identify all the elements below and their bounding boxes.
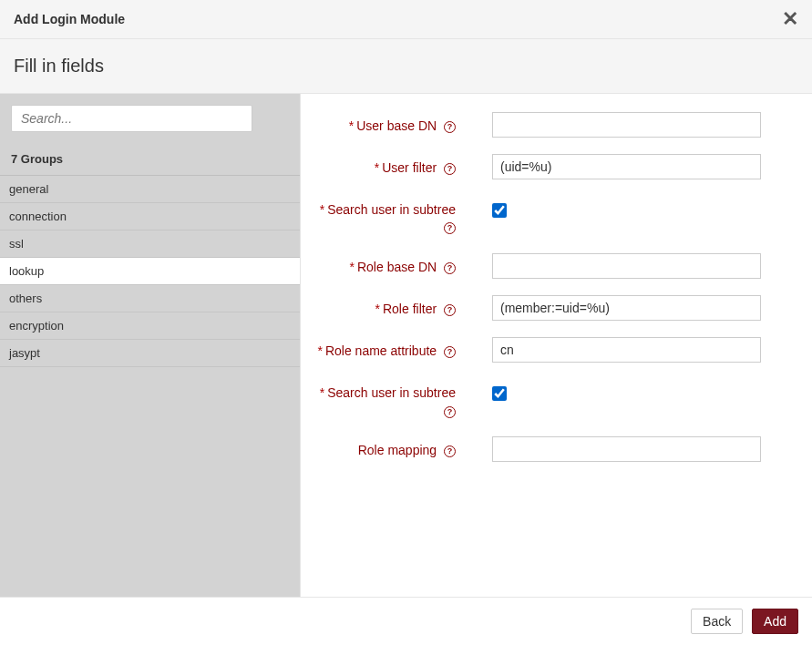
label-text: User filter [382, 160, 440, 175]
help-icon[interactable]: ? [444, 304, 456, 316]
form-row: *User filter ? [310, 154, 785, 179]
text-input[interactable] [492, 112, 761, 138]
sidebar-item-others[interactable]: others [0, 285, 300, 312]
help-icon[interactable]: ? [444, 346, 456, 358]
form-control-wrap [465, 379, 785, 404]
sidebar-item-lookup[interactable]: lookup [0, 258, 300, 285]
form-control-wrap [465, 112, 785, 138]
group-count: 7 Groups [0, 143, 300, 176]
search-wrap [0, 94, 300, 143]
form-label: *Role name attribute ? [310, 337, 465, 361]
search-input[interactable] [11, 105, 252, 132]
label-text: Role mapping [358, 443, 440, 457]
sidebar-item-connection[interactable]: connection [0, 203, 300, 230]
subheader: Fill in fields [0, 39, 812, 94]
form-row: *Search user in subtree ? [310, 379, 785, 420]
group-list: generalconnectionssllookupothersencrypti… [0, 176, 300, 367]
required-star: * [350, 260, 355, 274]
close-icon[interactable]: ✕ [782, 9, 798, 29]
form-row: *Role name attribute ? [310, 337, 785, 363]
text-input[interactable] [492, 337, 761, 363]
label-text: Role base DN [357, 260, 440, 274]
form-label: *Search user in subtree ? [310, 196, 465, 237]
label-text: Search user in subtree [327, 202, 456, 217]
label-text: Role filter [383, 302, 440, 316]
back-button[interactable]: Back [691, 609, 743, 634]
form-control-wrap [465, 253, 785, 279]
modal-title: Add Login Module [14, 12, 125, 26]
text-input[interactable] [492, 295, 761, 321]
form-label: *Role filter ? [310, 295, 465, 319]
form-label: *User base DN ? [310, 112, 465, 136]
form-row: *Search user in subtree ? [310, 196, 785, 237]
add-button[interactable]: Add [752, 609, 798, 634]
help-icon[interactable]: ? [444, 262, 456, 274]
help-icon[interactable]: ? [444, 163, 456, 175]
form-label: Role mapping ? [310, 436, 465, 460]
label-text: Search user in subtree [327, 385, 456, 400]
form-row: *Role base DN ? [310, 253, 785, 279]
sidebar: 7 Groups generalconnectionssllookupother… [0, 94, 301, 597]
help-icon[interactable]: ? [444, 121, 456, 133]
subheader-title: Fill in fields [14, 56, 798, 77]
form-label: *User filter ? [310, 154, 465, 178]
form-control-wrap [465, 295, 785, 321]
modal-header: Add Login Module ✕ [0, 0, 812, 39]
label-text: Role name attribute [325, 343, 440, 358]
checkbox-input[interactable] [492, 386, 507, 401]
help-icon[interactable]: ? [444, 445, 456, 457]
form-control-wrap [465, 196, 785, 220]
sidebar-item-encryption[interactable]: encryption [0, 312, 300, 340]
help-icon[interactable]: ? [444, 222, 456, 234]
checkbox-input[interactable] [492, 203, 507, 218]
modal-footer: Back Add [0, 598, 812, 645]
required-star: * [349, 118, 354, 133]
sidebar-item-ssl[interactable]: ssl [0, 230, 300, 258]
required-star: * [375, 160, 379, 175]
form-row: Role mapping ? [310, 436, 785, 462]
required-star: * [375, 302, 380, 316]
form-control-wrap [465, 154, 785, 179]
text-input[interactable] [492, 253, 761, 279]
form-label: *Search user in subtree ? [310, 379, 465, 420]
sidebar-item-general[interactable]: general [0, 176, 300, 203]
main-form: *User base DN ?*User filter ?*Search use… [301, 94, 812, 597]
form-control-wrap [465, 436, 785, 462]
body-area: 7 Groups generalconnectionssllookupother… [0, 94, 812, 598]
help-icon[interactable]: ? [444, 406, 456, 418]
form-row: *User base DN ? [310, 112, 785, 138]
text-input[interactable] [492, 154, 761, 179]
form-control-wrap [465, 337, 785, 363]
text-input[interactable] [492, 436, 761, 462]
required-star: * [320, 385, 324, 400]
form-row: *Role filter ? [310, 295, 785, 321]
required-star: * [317, 343, 322, 358]
required-star: * [320, 202, 324, 217]
label-text: User base DN [356, 118, 440, 133]
sidebar-item-jasypt[interactable]: jasypt [0, 340, 300, 367]
form-label: *Role base DN ? [310, 253, 465, 277]
